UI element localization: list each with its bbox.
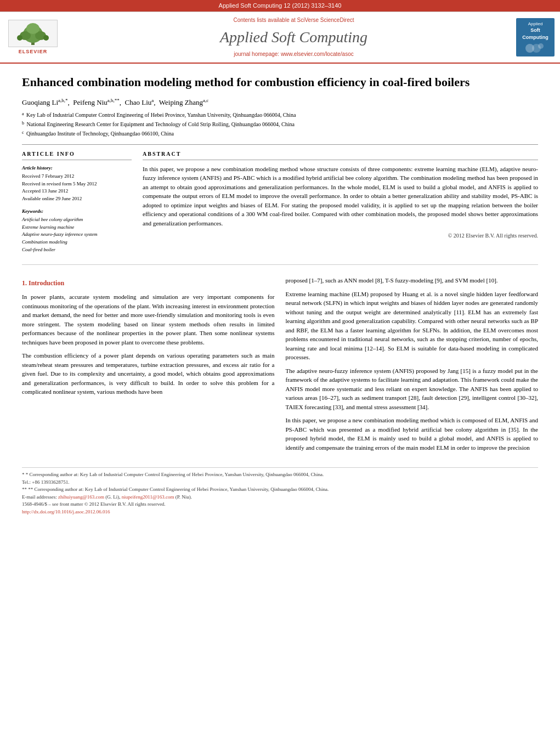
intro-para-r1: proposed [1–7], such as ANN model [8], T… [286, 276, 539, 285]
affiliation-b: b National Engineering Research Center f… [22, 120, 538, 128]
elsevier-logo: ELSEVIER [5, 20, 60, 55]
abstract-panel: ABSTRACT In this paper, we propose a new… [143, 150, 538, 254]
affiliation-c: c Qinhuangdao Institute of Technology, Q… [22, 129, 538, 138]
journal-homepage-line: journal homepage: www.elsevier.com/locat… [71, 50, 516, 58]
abstract-text: In this paper, we propose a new combinat… [143, 165, 538, 228]
journal-citation-bar: Applied Soft Computing 12 (2012) 3132–31… [0, 0, 560, 12]
footnotes: * * Corresponding author at: Key Lab of … [22, 467, 538, 516]
affiliation-a: a Key Lab of Industrial Computer Control… [22, 111, 538, 119]
author-4: Weiping Zhanga,c [159, 98, 208, 106]
svg-point-6 [17, 35, 22, 41]
journal-header: ELSEVIER Contents lists available at Sci… [0, 12, 560, 63]
elsevier-tree-icon [8, 20, 58, 47]
intro-para-2: The combustion efficiency of a power pla… [22, 351, 275, 397]
footnote-1: * * Corresponding author at: Key Lab of … [22, 471, 538, 479]
keyword-2: Extreme learning machine [22, 224, 132, 231]
received-date: Received 7 February 2012 [22, 173, 132, 180]
author-3: Chao Liua, [125, 98, 157, 106]
abstract-heading: ABSTRACT [143, 150, 538, 160]
intro-para-r3: The adaptive neuro-fuzzy inference syste… [286, 366, 539, 412]
journal-center: Contents lists available at SciVerse Sci… [71, 16, 516, 58]
homepage-link[interactable]: www.elsevier.com/locate/asoc [281, 51, 354, 57]
article-title: Enhanced combination modeling method for… [22, 75, 538, 90]
doi-line: http://dx.doi.org/10.1016/j.asoc.2012.06… [22, 508, 538, 516]
copyright-line: © 2012 Elsevier B.V. All rights reserved… [143, 232, 538, 240]
intro-para-1: In power plants, accurate system modelin… [22, 292, 275, 347]
journal-citation-text: Applied Soft Computing 12 (2012) 3132–31… [219, 2, 342, 9]
intro-heading: 1. Introduction [22, 278, 275, 288]
author-2: Peifeng Niua,b,**, [73, 98, 123, 106]
svg-point-5 [26, 23, 39, 34]
section-divider [22, 264, 538, 265]
footnote-tel: Tel.: +86 13933628751. [22, 479, 538, 487]
intro-para-r2: Extreme learning machine (ELM) proposed … [286, 290, 539, 362]
main-content: Enhanced combination modeling method for… [0, 64, 560, 527]
doi-link[interactable]: http://dx.doi.org/10.1016/j.asoc.2012.06… [22, 509, 110, 514]
sciverse-line: Contents lists available at SciVerse Sci… [71, 16, 516, 24]
keywords-label: Keywords: [22, 208, 132, 215]
footnote-email: E-mail addresses: zhihuiyuang@163.com (G… [22, 494, 538, 501]
body-column-left: 1. Introduction In power plants, accurat… [22, 276, 275, 456]
keyword-5: Coal-fired boiler [22, 246, 132, 253]
available-date: Available online 29 June 2012 [22, 195, 132, 202]
svg-point-7 [43, 35, 49, 41]
email-1-link[interactable]: zhihuiyuang@163.com [58, 494, 104, 500]
keyword-3: Adaptive neuro-fuzzy inference system [22, 231, 132, 238]
journal-title-text: Applied Soft Computing [71, 26, 516, 48]
intro-para-r4: In this paper, we propose a new combinat… [286, 416, 539, 452]
accepted-date: Accepted 13 June 2012 [22, 188, 132, 195]
issn-line: 1568-4946/$ – see front matter © 2012 El… [22, 501, 538, 508]
article-history-label: Article history: [22, 165, 132, 172]
email-2-link[interactable]: niupeifeng2011@163.com [122, 494, 174, 500]
elsevier-brand-text: ELSEVIER [19, 48, 48, 55]
body-column-right: proposed [1–7], such as ANN model [8], T… [286, 276, 539, 456]
article-info-panel: ARTICLE INFO Article history: Received 7… [22, 150, 132, 254]
affiliations: a Key Lab of Industrial Computer Control… [22, 111, 538, 138]
sciverse-link[interactable]: SciVerse ScienceDirect [297, 17, 354, 23]
footnote-2: ** ** Corresponding author at: Key Lab o… [22, 486, 538, 494]
keyword-1: Artificial bee colony algorithm [22, 216, 132, 223]
revised-date: Received in revised form 5 May 2012 [22, 180, 132, 188]
author-1: Guoqiang Lia,b,*, [22, 98, 71, 106]
applied-soft-computing-logo: Applied Soft Computing [516, 18, 555, 56]
svg-point-10 [538, 43, 544, 49]
body-columns: 1. Introduction In power plants, accurat… [22, 276, 538, 456]
article-info-abstract-layout: ARTICLE INFO Article history: Received 7… [22, 144, 538, 254]
keyword-4: Combination modeling [22, 239, 132, 246]
authors-line: Guoqiang Lia,b,*, Peifeng Niua,b,**, Cha… [22, 97, 538, 108]
article-info-heading: ARTICLE INFO [22, 150, 132, 160]
